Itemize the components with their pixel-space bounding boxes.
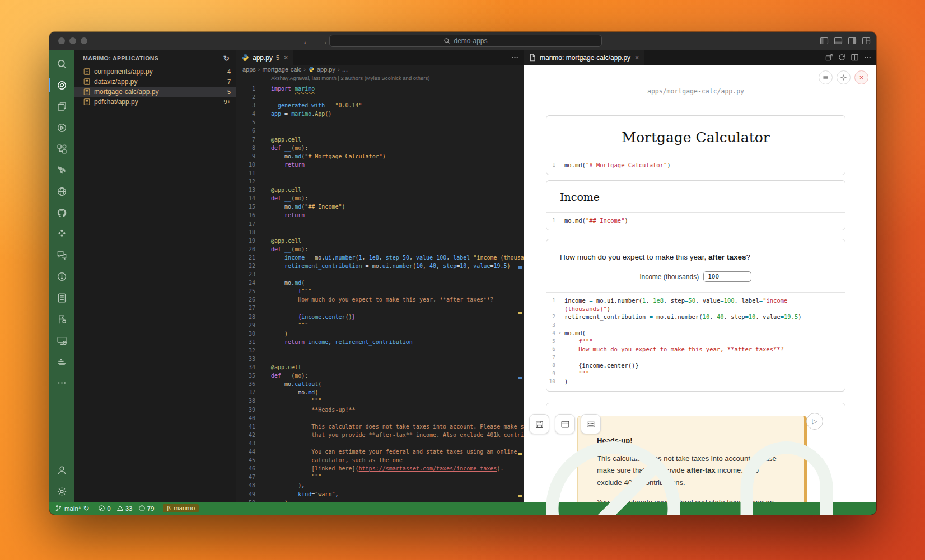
marimo-status-item[interactable]: β marimo xyxy=(163,504,199,512)
close-window-button[interactable] xyxy=(58,37,65,44)
code-line[interactable]: 23 xyxy=(236,270,524,279)
code-line[interactable]: 47 """ xyxy=(236,473,524,481)
refresh-icon[interactable]: ↻ xyxy=(223,54,230,63)
marimo-code-line[interactable]: 10) xyxy=(546,378,845,386)
copy-pages-icon[interactable] xyxy=(49,96,74,117)
marimo-code-line[interactable]: 2retirement_contribution = mo.ui.number(… xyxy=(546,313,845,321)
code-line[interactable]: 22 retirement_contribution = mo.ui.numbe… xyxy=(236,262,524,270)
open-external-icon[interactable] xyxy=(825,53,833,62)
minimize-window-button[interactable] xyxy=(69,37,76,44)
code-line[interactable]: 43 xyxy=(236,439,524,448)
git-branch-item[interactable]: main* ↻ xyxy=(55,504,89,512)
marimo-code-line[interactable]: 8 {income.center()} xyxy=(546,361,845,370)
code-line[interactable]: 48 ), xyxy=(236,481,524,490)
code-line[interactable]: 29 """ xyxy=(236,321,524,330)
marimo-code-line[interactable]: 6 How much do you expect to make this ye… xyxy=(546,345,845,354)
marimo-code-line[interactable]: 4∨mo.md( xyxy=(546,329,845,337)
globe-icon[interactable] xyxy=(49,181,74,202)
flag-bug-icon[interactable] xyxy=(49,308,74,330)
code-line[interactable]: 38 """ xyxy=(236,397,524,405)
code-line[interactable]: 14def __(mo): xyxy=(236,194,524,203)
code-line[interactable]: 46 [linked here](https://smartasset.com/… xyxy=(236,464,524,473)
code-line[interactable]: 18 xyxy=(236,228,524,237)
code-line[interactable]: 37 mo.md( xyxy=(236,388,524,397)
sync-icon[interactable]: ↻ xyxy=(83,504,89,512)
breadcrumb-item[interactable]: … xyxy=(342,66,348,73)
code-line[interactable]: 25 f""" xyxy=(236,287,524,295)
symbols-icon[interactable] xyxy=(49,138,74,159)
terraform-icon[interactable] xyxy=(49,159,74,181)
code-line[interactable]: 21 income = mo.ui.number(1, 1e8, step=50… xyxy=(236,253,524,262)
code-line[interactable]: 7@app.cell xyxy=(236,135,524,144)
problems-item[interactable]: 0 33 79 xyxy=(98,505,154,512)
marimo-code-line[interactable]: 5 f""" xyxy=(546,337,845,346)
code-line[interactable]: 35def __(mo): xyxy=(236,371,524,380)
marimo-icon[interactable] xyxy=(49,74,74,96)
code-line[interactable]: 33 xyxy=(236,355,524,363)
reload-webview-icon[interactable] xyxy=(838,53,846,62)
code-line[interactable]: 17 xyxy=(236,220,524,228)
code-editor[interactable]: 1import marimo23__generated_with = "0.0.… xyxy=(236,84,524,502)
breadcrumb-item[interactable]: app.py xyxy=(317,66,335,73)
code-line[interactable]: 27 xyxy=(236,304,524,312)
marimo-close-button[interactable]: × xyxy=(854,70,868,84)
code-line[interactable]: 40 xyxy=(236,414,524,422)
more-icon[interactable] xyxy=(49,372,74,393)
marimo-code-line[interactable]: 1mo.md("## Income") xyxy=(546,217,845,225)
command-center-search[interactable]: demo-apps xyxy=(329,35,602,47)
toggle-panel-icon[interactable] xyxy=(834,36,843,45)
breadcrumb-item[interactable]: apps xyxy=(242,66,256,73)
pin-circle-icon[interactable] xyxy=(49,266,74,287)
code-line[interactable]: 4app = marimo.App() xyxy=(236,110,524,118)
settings-gear-icon[interactable] xyxy=(49,481,74,502)
marimo-code-line[interactable]: 1income = mo.ui.number(1, 1e8, step=50, … xyxy=(546,297,845,305)
code-line[interactable]: 44 You can estimate your federal and sta… xyxy=(236,448,524,456)
code-line[interactable]: 26 How much do you expect to make this y… xyxy=(236,295,524,304)
marimo-code-line[interactable]: 9 """ xyxy=(546,370,845,378)
marimo-code-line[interactable]: (thousands)") xyxy=(546,305,845,313)
ports-icon[interactable] xyxy=(529,425,697,515)
code-line[interactable]: 41 This calculator does not take taxes i… xyxy=(236,422,524,431)
code-line[interactable]: 13@app.cell xyxy=(236,186,524,194)
back-button[interactable]: ← xyxy=(302,36,311,46)
run-view-icon[interactable] xyxy=(49,117,74,138)
code-line[interactable]: 11 xyxy=(236,169,524,177)
marimo-code-line[interactable]: 7 xyxy=(546,354,845,362)
code-line[interactable]: 24 mo.md( xyxy=(236,279,524,287)
code-line[interactable]: 6 xyxy=(236,126,524,135)
diamonds-icon[interactable] xyxy=(49,223,74,244)
code-line[interactable]: 3__generated_with = "0.0.14" xyxy=(236,101,524,110)
tab-marimo-webview[interactable]: marimo: mortgage-calc/app.py × xyxy=(524,50,644,65)
code-line[interactable]: 28 {income.center()} xyxy=(236,313,524,321)
account-icon[interactable] xyxy=(49,459,74,481)
editor-more-actions-icon[interactable] xyxy=(511,53,519,62)
file-item[interactable]: mortgage-calc/app.py5 xyxy=(74,87,236,97)
code-line[interactable]: 10 return xyxy=(236,161,524,169)
code-line[interactable]: 39 **Heads-up!** xyxy=(236,406,524,414)
code-line[interactable]: 36 mo.callout( xyxy=(236,380,524,388)
code-line[interactable]: 31 return income, retirement_contributio… xyxy=(236,338,524,346)
code-line[interactable]: 2 xyxy=(236,93,524,101)
toggle-secondary-sidebar-icon[interactable] xyxy=(848,36,857,45)
search-icon[interactable] xyxy=(49,53,74,74)
code-line[interactable]: 5 xyxy=(236,118,524,126)
code-line[interactable]: 16 return xyxy=(236,211,524,219)
zoom-window-button[interactable] xyxy=(81,37,87,44)
code-line[interactable]: 30 ) xyxy=(236,330,524,338)
more-actions-icon[interactable] xyxy=(863,53,872,62)
file-item[interactable]: pdfchat/app.py9+ xyxy=(74,97,236,107)
file-item[interactable]: dataviz/app.py7 xyxy=(74,77,236,87)
code-line[interactable]: 42 that you provide **after-tax** income… xyxy=(236,431,524,439)
breadcrumb-item[interactable]: mortgage-calc xyxy=(263,66,302,73)
marimo-menu-button[interactable] xyxy=(819,70,833,84)
fold-chevron-icon[interactable]: ∨ xyxy=(559,329,561,337)
github-icon[interactable] xyxy=(49,202,74,223)
code-line[interactable]: 49 kind="warn", xyxy=(236,490,524,498)
marimo-settings-button[interactable] xyxy=(837,70,851,84)
breadcrumb[interactable]: apps›mortgage-calc›app.py›… xyxy=(236,65,524,74)
customize-layout-icon[interactable] xyxy=(862,36,871,45)
code-line[interactable]: 32 xyxy=(236,346,524,355)
code-line[interactable]: 34@app.cell xyxy=(236,363,524,371)
code-line[interactable]: 45 calculator, such as the one xyxy=(236,456,524,464)
marimo-code-line[interactable]: 3 xyxy=(546,321,845,330)
